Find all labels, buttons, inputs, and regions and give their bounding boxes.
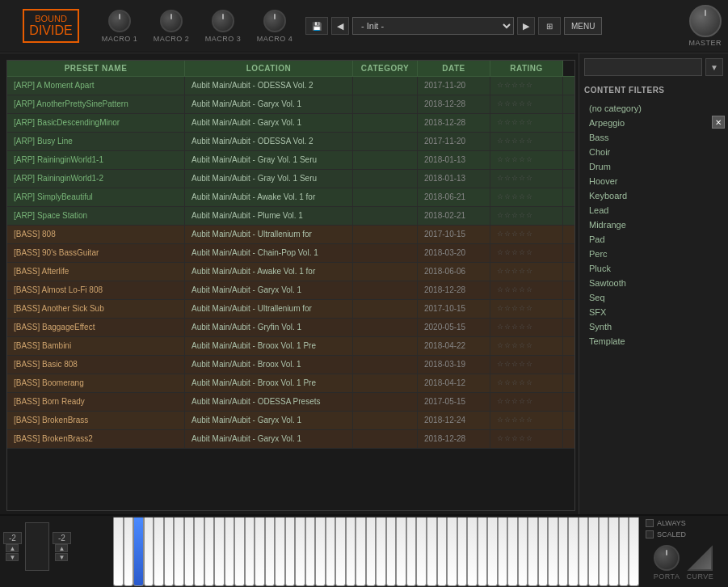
white-key[interactable] xyxy=(498,517,508,586)
filter-item-sfx[interactable]: SFX xyxy=(584,305,723,319)
white-key[interactable] xyxy=(406,517,417,586)
table-row[interactable]: [BASS] 90's BassGuitar Aubit Main/Aubit … xyxy=(7,244,574,263)
white-key[interactable] xyxy=(588,517,599,586)
white-key[interactable] xyxy=(285,517,296,586)
white-key[interactable] xyxy=(133,517,144,586)
white-key[interactable] xyxy=(538,517,549,586)
table-row[interactable]: [ARP] Busy Line Aubit Main/Aubit - ODESS… xyxy=(7,133,574,151)
white-key[interactable] xyxy=(174,517,184,586)
white-key[interactable] xyxy=(396,517,406,586)
white-key[interactable] xyxy=(599,517,609,586)
white-key[interactable] xyxy=(487,517,498,586)
porta-knob[interactable] xyxy=(654,545,680,571)
table-row[interactable]: [BASS] Born Ready Aubit Main/Aubit - ODE… xyxy=(7,393,574,412)
table-row[interactable]: [BASS] Afterlife Aubit Main/Aubit - Awak… xyxy=(7,263,574,281)
white-key[interactable] xyxy=(629,517,639,586)
white-key[interactable] xyxy=(579,517,589,586)
white-key[interactable] xyxy=(376,517,386,586)
white-key[interactable] xyxy=(255,517,265,586)
white-key[interactable] xyxy=(305,517,316,586)
save-button[interactable]: 💾 xyxy=(305,17,328,35)
white-key[interactable] xyxy=(214,517,225,586)
menu-button[interactable]: MENU xyxy=(564,17,602,35)
white-key[interactable] xyxy=(144,517,154,586)
white-key[interactable] xyxy=(265,517,276,586)
table-row[interactable]: [ARP] BasicDescendingMinor Aubit Main/Au… xyxy=(7,114,574,133)
octave2-down[interactable]: ▼ xyxy=(55,553,68,561)
table-row[interactable]: [BASS] Bambini Aubit Main/Aubit - Broox … xyxy=(7,337,574,356)
white-key[interactable] xyxy=(528,517,538,586)
white-key[interactable] xyxy=(234,517,245,586)
filter-item-choir[interactable]: Choir xyxy=(584,145,723,159)
white-key[interactable] xyxy=(366,517,377,586)
pitch-slider[interactable] xyxy=(25,522,49,571)
white-key[interactable] xyxy=(184,517,195,586)
table-row[interactable]: [BASS] Boomerang Aubit Main/Aubit - Broo… xyxy=(7,374,574,393)
table-body[interactable]: [ARP] A Moment Apart Aubit Main/Aubit - … xyxy=(7,77,574,449)
macro-4-knob[interactable] xyxy=(263,10,286,32)
white-key[interactable] xyxy=(478,517,488,586)
filter-item-hoover[interactable]: Hoover xyxy=(584,174,723,188)
white-key[interactable] xyxy=(568,517,579,586)
table-row[interactable]: [BASS] BrokenBrass Aubit Main/Aubit - Ga… xyxy=(7,412,574,430)
white-key[interactable] xyxy=(558,517,569,586)
white-key[interactable] xyxy=(164,517,175,586)
white-key[interactable] xyxy=(124,517,134,586)
white-key[interactable] xyxy=(608,517,619,586)
filter-item-no-category[interactable]: (no category) xyxy=(584,101,723,116)
filter-item-template[interactable]: Template xyxy=(584,334,723,348)
table-row[interactable]: [BASS] Almost Lo-Fi 808 Aubit Main/Aubit… xyxy=(7,281,574,300)
next-preset-button[interactable]: ▶ xyxy=(517,17,535,35)
white-key[interactable] xyxy=(416,517,427,586)
search-filter-button[interactable]: ▼ xyxy=(705,58,723,76)
table-row[interactable]: [ARP] AnotherPrettySinePattern Aubit Mai… xyxy=(7,95,574,114)
filter-item-pluck[interactable]: Pluck xyxy=(584,261,723,276)
white-key[interactable] xyxy=(437,517,448,586)
filter-item-seq[interactable]: Seq xyxy=(584,290,723,305)
filter-item-pad[interactable]: Pad xyxy=(584,232,723,247)
table-row[interactable]: [ARP] Space Station Aubit Main/Aubit - P… xyxy=(7,207,574,226)
filter-item-synth[interactable]: Synth xyxy=(584,319,723,334)
filter-item-arpeggio[interactable]: Arpeggio xyxy=(584,116,723,130)
preset-select[interactable]: - Init - xyxy=(352,17,514,35)
white-key[interactable] xyxy=(619,517,629,586)
white-key[interactable] xyxy=(275,517,285,586)
prev-preset-button[interactable]: ◀ xyxy=(331,17,349,35)
table-row[interactable]: [BASS] BaggageEffect Aubit Main/Aubit - … xyxy=(7,319,574,337)
table-row[interactable]: [BASS] BrokenBrass2 Aubit Main/Aubit - G… xyxy=(7,430,574,449)
filter-item-lead[interactable]: Lead xyxy=(584,203,723,217)
white-key[interactable] xyxy=(447,517,457,586)
filter-item-midrange[interactable]: Midrange xyxy=(584,217,723,232)
filter-item-sawtooth[interactable]: Sawtooth xyxy=(584,276,723,290)
table-row[interactable]: [ARP] A Moment Apart Aubit Main/Aubit - … xyxy=(7,77,574,95)
macro-3-knob[interactable] xyxy=(212,10,234,32)
macro-1-knob[interactable] xyxy=(108,10,131,32)
table-row[interactable]: [ARP] RaininginWorld1-2 Aubit Main/Aubit… xyxy=(7,170,574,188)
filter-item-keyboard[interactable]: Keyboard xyxy=(584,188,723,203)
octave2-up[interactable]: ▲ xyxy=(55,544,68,552)
close-button[interactable]: ✕ xyxy=(712,116,725,129)
filter-item-bass[interactable]: Bass xyxy=(584,130,723,145)
search-input[interactable] xyxy=(584,58,702,76)
white-key[interactable] xyxy=(386,517,397,586)
preset-grid-button[interactable]: ⊞ xyxy=(538,17,561,35)
curve-knob[interactable] xyxy=(687,545,713,571)
white-key[interactable] xyxy=(467,517,478,586)
white-key[interactable] xyxy=(113,517,124,586)
table-row[interactable]: [BASS] Another Sick Sub Aubit Main/Aubit… xyxy=(7,300,574,319)
scaled-checkbox[interactable] xyxy=(646,530,654,538)
table-row[interactable]: [BASS] 808 Aubit Main/Aubit - Ultralleni… xyxy=(7,226,574,244)
white-key[interactable] xyxy=(194,517,204,586)
white-key[interactable] xyxy=(548,517,558,586)
filter-item-perc[interactable]: Perc xyxy=(584,247,723,261)
white-key[interactable] xyxy=(335,517,346,586)
white-key[interactable] xyxy=(295,517,305,586)
white-key[interactable] xyxy=(507,517,518,586)
white-key[interactable] xyxy=(245,517,255,586)
white-key[interactable] xyxy=(204,517,215,586)
master-knob[interactable] xyxy=(689,5,722,37)
white-key[interactable] xyxy=(225,517,235,586)
white-key[interactable] xyxy=(356,517,366,586)
white-key[interactable] xyxy=(346,517,356,586)
white-key[interactable] xyxy=(154,517,164,586)
